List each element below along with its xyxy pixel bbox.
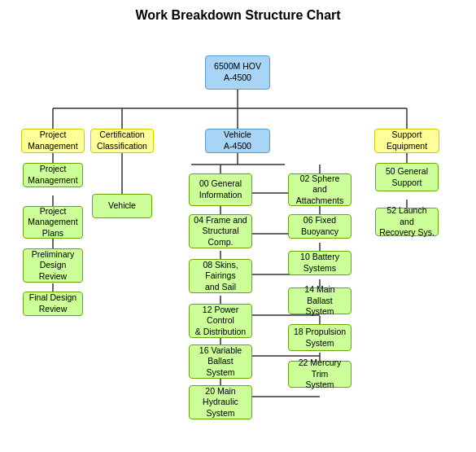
node-v4: 12 Power Control & Distribution [189,304,252,338]
node-v6: 20 Main Hydraulic System [189,385,252,419]
node-v7: 02 Sphere and Attachments [288,173,352,206]
node-pm1: Project Management [23,163,83,187]
node-se1: 50 General Support [375,163,439,191]
node-v10: 14 Main Ballast System [288,287,352,314]
node-v11: 18 Propulsion System [288,324,352,351]
node-v2: 04 Frame and Structural Comp. [189,214,252,248]
node-pm: Project Management [21,129,85,153]
node-v1: 00 General Information [189,173,252,206]
node-v8: 06 Fixed Buoyancy [288,214,352,239]
node-v3: 08 Skins, Fairings and Sail [189,259,252,293]
node-pm2: Project Management Plans [23,206,83,239]
node-pm4: Final Design Review [23,292,83,316]
node-v9: 10 Battery Systems [288,251,352,275]
node-cc: Certification Classification [90,129,154,153]
node-root: 6500M HOV A-4500 [205,55,270,90]
node-se: Support Equipment [374,129,439,153]
node-v5: 16 Variable Ballast System [189,344,252,379]
node-vehicle: Vehicle A-4500 [205,129,270,153]
node-pm3: Preliminary Design Review [23,248,83,283]
node-cc1: Vehicle [92,194,152,218]
chart-title: Work Breakdown Structure Chart [8,8,468,23]
node-se2: 52 Launch and Recovery Sys. [375,208,439,236]
chart-container: 6500M HOV A-4500 Project Management Cert… [8,33,468,440]
node-v12: 22 Mercury Trim System [288,361,352,388]
